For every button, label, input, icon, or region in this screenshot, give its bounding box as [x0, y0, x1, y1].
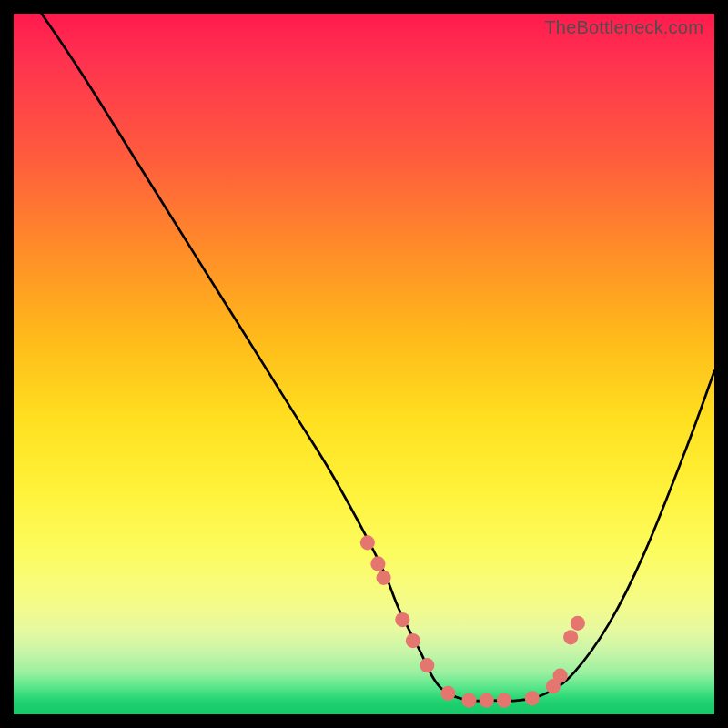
marker-dot — [553, 669, 568, 683]
marker-dot — [370, 556, 385, 571]
marker-dot — [395, 612, 410, 627]
marker-dot — [440, 686, 455, 701]
marker-dot — [525, 691, 540, 705]
marker-dot — [376, 571, 390, 585]
curve-markers — [360, 535, 585, 707]
plot-area: TheBottleneck.com — [14, 14, 714, 714]
marker-dot — [406, 633, 420, 648]
marker-dot — [563, 630, 578, 644]
marker-dot — [480, 693, 494, 708]
curve-layer — [14, 14, 714, 714]
bottleneck-curve — [42, 14, 714, 701]
marker-dot — [571, 616, 585, 631]
chart-frame: TheBottleneck.com — [0, 0, 728, 728]
marker-dot — [360, 535, 375, 550]
marker-dot — [461, 693, 476, 708]
marker-dot — [497, 693, 511, 708]
marker-dot — [420, 658, 434, 672]
